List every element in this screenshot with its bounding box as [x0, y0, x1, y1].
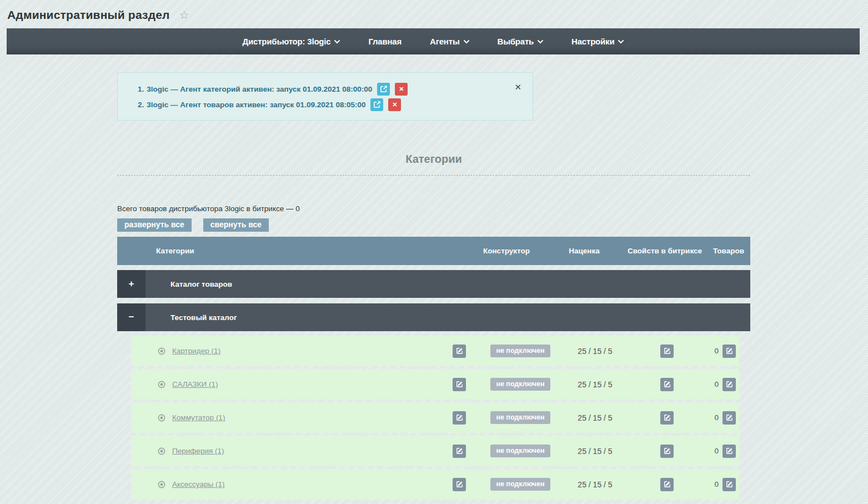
x-icon: ✕ — [399, 86, 404, 93]
pencil-square-icon — [664, 481, 671, 488]
edit-props-button[interactable] — [660, 478, 674, 491]
pencil-square-icon — [456, 481, 463, 488]
products-cell: 0 — [703, 478, 739, 491]
nav-item-select[interactable]: Выбрать — [489, 28, 553, 54]
column-header-bitrix-props: Свойств в битриксе — [620, 247, 709, 255]
category-name-cell: Картридер (1) — [131, 347, 437, 355]
status-badge: не подключен — [490, 345, 550, 357]
agent-delete-button[interactable]: ✕ — [388, 98, 401, 111]
alert-line-products-agent: 2. 3logic — Агент товаров активен: запус… — [138, 97, 521, 112]
expand-plus-icon[interactable]: + — [117, 270, 145, 298]
alert-line-number: 1. — [138, 85, 144, 93]
category-link[interactable]: Коммутатор (1) — [172, 413, 225, 422]
edit-products-button[interactable] — [723, 445, 736, 458]
markup-values: 25 / 15 / 5 — [559, 413, 631, 422]
dot-circle-icon — [158, 347, 165, 355]
markup-values: 25 / 15 / 5 — [559, 447, 631, 456]
alert-line-text: 3logic — Агент категорий активен: запуск… — [147, 85, 372, 93]
page-title: Административный раздел — [7, 8, 170, 22]
favorite-star-icon[interactable]: ☆ — [179, 9, 189, 21]
expand-collapse-controls: развернуть все свернуть все — [117, 218, 750, 232]
products-count: 0 — [714, 447, 719, 455]
x-icon: ✕ — [392, 101, 397, 108]
pencil-square-icon — [726, 381, 733, 388]
category-link[interactable]: Картридер (1) — [172, 347, 220, 355]
status-badge: не подключен — [490, 378, 550, 391]
nav-item-label: Настройки — [571, 37, 614, 46]
category-link[interactable]: САЛАЗКИ (1) — [172, 380, 218, 388]
edit-category-button[interactable] — [453, 345, 466, 358]
edit-category-button[interactable] — [453, 445, 466, 458]
dashed-separator — [117, 175, 750, 176]
category-name-cell: Аксессуары (1) — [131, 480, 437, 488]
markup-values: 25 / 15 / 5 — [559, 480, 631, 489]
nav-item-settings[interactable]: Настройки — [563, 28, 633, 54]
category-edit-cell — [437, 478, 481, 491]
chevron-down-icon — [464, 40, 469, 44]
nav-item-home[interactable]: Главная — [359, 28, 410, 54]
pencil-square-icon — [456, 447, 463, 455]
nav-item-distributor[interactable]: Дистрибьютор: 3logic — [234, 28, 349, 54]
collapse-all-button[interactable]: свернуть все — [203, 218, 269, 232]
status-badge: не подключен — [490, 411, 550, 424]
agent-edit-button[interactable] — [377, 83, 390, 96]
edit-props-button[interactable] — [660, 445, 674, 458]
category-edit-cell — [437, 445, 481, 458]
dot-circle-icon — [158, 414, 165, 422]
agents-alert: 1. 3logic — Агент категорий активен: зап… — [117, 72, 533, 121]
edit-category-button[interactable] — [453, 378, 466, 391]
products-count: 0 — [714, 480, 719, 488]
edit-category-button[interactable] — [453, 411, 466, 425]
constructor-status-cell: не подключен — [481, 345, 559, 357]
alert-line-categories-agent: 1. 3logic — Агент категорий активен: зап… — [138, 81, 521, 97]
catalog-row-products[interactable]: + Каталог товаров — [117, 270, 750, 298]
props-edit-cell — [631, 411, 703, 425]
products-count: 0 — [714, 380, 719, 388]
pencil-square-icon — [664, 347, 671, 355]
collapse-minus-icon[interactable]: − — [117, 303, 145, 331]
category-link[interactable]: Периферия (1) — [172, 447, 224, 455]
constructor-status-cell: не подключен — [481, 411, 559, 424]
external-link-square-icon — [373, 101, 381, 108]
edit-props-button[interactable] — [660, 411, 674, 425]
agent-delete-button[interactable]: ✕ — [395, 83, 408, 96]
expand-all-button[interactable]: развернуть все — [117, 218, 192, 232]
catalog-label: Каталог товаров — [170, 280, 232, 288]
table-header-row: Категории Конструктор Наценка Свойств в … — [117, 237, 750, 265]
edit-products-button[interactable] — [723, 411, 736, 425]
edit-products-button[interactable] — [723, 478, 736, 491]
edit-props-button[interactable] — [660, 378, 674, 391]
props-edit-cell — [631, 345, 703, 358]
total-products-text: Всего товаров дистрибьютора 3logic в бит… — [117, 204, 750, 213]
props-edit-cell — [631, 478, 703, 491]
alert-line-number: 2. — [138, 101, 144, 109]
pencil-square-icon — [664, 381, 671, 388]
column-header-products: Товаров — [709, 247, 748, 255]
edit-products-button[interactable] — [723, 345, 736, 358]
agent-edit-button[interactable] — [370, 98, 383, 111]
nav-item-label: Агенты — [430, 37, 459, 46]
edit-props-button[interactable] — [660, 345, 674, 358]
catalog-label: Тестовый каталог — [170, 313, 237, 322]
constructor-status-cell: не подключен — [481, 478, 559, 491]
alert-close-icon[interactable]: ✕ — [514, 83, 521, 91]
section-heading: Категории — [117, 153, 750, 166]
pencil-square-icon — [664, 414, 671, 421]
category-row: Аксессуары (1) не подключен 25 / 15 / 5 — [131, 469, 739, 500]
edit-products-button[interactable] — [723, 378, 736, 391]
props-edit-cell — [631, 445, 703, 458]
nav-item-label: Дистрибьютор: 3logic — [243, 37, 331, 46]
category-link[interactable]: Аксессуары (1) — [172, 480, 224, 488]
column-header-markup: Наценка — [548, 247, 620, 255]
nav-item-agents[interactable]: Агенты — [421, 28, 478, 54]
status-badge: не подключен — [490, 478, 550, 491]
pencil-square-icon — [456, 347, 463, 355]
catalog-row-test[interactable]: − Тестовый каталог — [117, 303, 750, 331]
external-link-square-icon — [380, 85, 388, 93]
dot-circle-icon — [158, 447, 165, 455]
products-cell: 0 — [703, 345, 739, 358]
products-cell: 0 — [703, 411, 739, 425]
column-header-categories: Категории — [117, 247, 465, 255]
products-count: 0 — [714, 347, 719, 355]
edit-category-button[interactable] — [453, 478, 466, 491]
